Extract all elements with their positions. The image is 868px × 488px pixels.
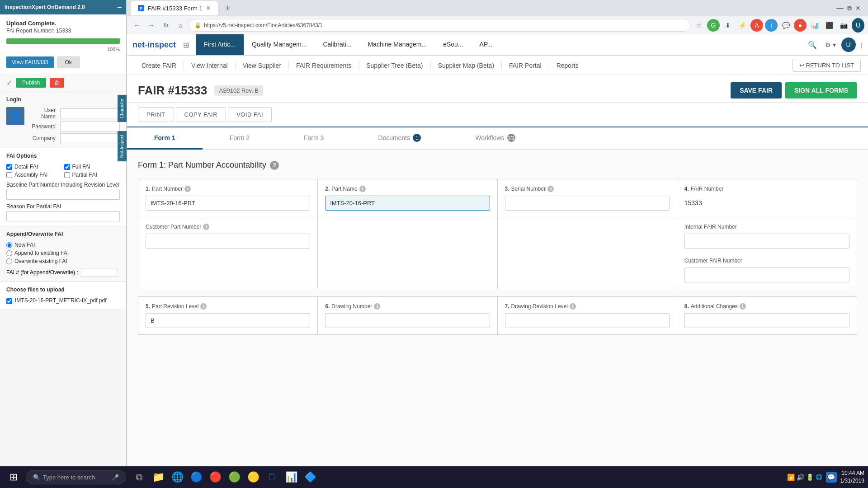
battery-icon[interactable]: 🔋 [806, 474, 814, 481]
serial-number-info[interactable]: ℹ [547, 186, 554, 192]
ext-btn-5[interactable]: i [765, 19, 778, 32]
taskbar-app9[interactable]: 🔷 [301, 468, 319, 486]
publish-btn[interactable]: Publish [16, 78, 46, 88]
user-menu-btn[interactable]: U [852, 19, 864, 32]
nav-quality[interactable]: Quality Managem... [244, 34, 315, 55]
sub-nav-create-fair[interactable]: Create FAIR [134, 56, 184, 75]
address-bar[interactable]: 🔒 https://v5.net-inspect.com/FirstArticl… [189, 19, 691, 32]
part-name-info[interactable]: ℹ [359, 186, 366, 192]
drawing-revision-info[interactable]: ℹ [570, 303, 576, 310]
sub-nav-view-internal[interactable]: View Internal [184, 56, 235, 75]
additional-changes-info[interactable]: ℹ [740, 303, 746, 310]
serial-number-input[interactable] [505, 196, 670, 211]
tab-close-btn[interactable]: ✕ [206, 5, 211, 11]
back-btn[interactable]: ← [131, 19, 143, 32]
nav-ap[interactable]: AP... [472, 34, 501, 55]
taskbar-app6[interactable]: 🟡 [244, 468, 262, 486]
taskbar-app7[interactable]: 🗒 [263, 468, 281, 486]
taskbar-task-view[interactable]: ⧉ [130, 468, 148, 486]
net-inspect-side-tab[interactable]: Net-Inspect [118, 131, 127, 161]
taskbar-clock[interactable]: 10:44 AM 1/31/2019 [840, 469, 864, 485]
additional-changes-input[interactable] [684, 313, 849, 328]
view-fai-btn[interactable]: View FAI15333 [6, 56, 54, 68]
sub-nav-supplier-map[interactable]: Supplier Map (Beta) [431, 56, 502, 75]
part-name-input[interactable] [325, 196, 490, 211]
part-number-input[interactable] [146, 196, 310, 211]
username-input[interactable] [60, 108, 120, 118]
taskbar-mic-icon[interactable]: 🎤 [112, 474, 119, 481]
ext-btn-7[interactable]: ● [794, 19, 807, 32]
password-input[interactable] [60, 122, 120, 131]
minimize-btn[interactable]: – [118, 3, 122, 11]
home-btn[interactable]: ⌂ [174, 19, 187, 32]
browser-tab[interactable]: n FAIR #15333 Form 1 ✕ [131, 1, 218, 15]
baseline-input[interactable] [6, 190, 120, 200]
volume-icon[interactable]: 🔊 [797, 474, 804, 481]
taskbar-app3[interactable]: 🔵 [187, 468, 205, 486]
taskbar-excel[interactable]: 📊 [282, 468, 300, 486]
restore-window-btn[interactable]: ⧉ [847, 4, 852, 12]
void-fai-btn[interactable]: VOID FAI [228, 107, 272, 122]
network-icon[interactable]: 🌐 [816, 474, 822, 480]
copy-fair-btn[interactable]: COPY FAIR [176, 107, 226, 122]
close-window-btn[interactable]: ✕ [855, 4, 861, 12]
user-avatar-header[interactable]: U [841, 38, 856, 52]
ext-btn-6[interactable]: 💬 [779, 19, 792, 32]
partial-fai-input[interactable] [64, 172, 70, 178]
print-btn[interactable]: PRINT [138, 107, 174, 122]
notification-btn[interactable]: 💬 [826, 472, 837, 483]
refresh-btn[interactable]: ↻ [160, 19, 172, 32]
sub-nav-reports[interactable]: Reports [549, 56, 586, 75]
trash-btn[interactable]: 🗑 [50, 78, 64, 88]
settings-btn[interactable]: ⚙ ▾ [825, 41, 836, 48]
taskbar-chrome[interactable]: 🔴 [206, 468, 224, 486]
minimize-window-btn[interactable]: — [836, 4, 844, 12]
ext-btn-4[interactable]: A [750, 19, 763, 32]
tab-workflows[interactable]: Workflows 0/1 [448, 127, 542, 150]
full-fai-checkbox[interactable]: Full FAI [64, 164, 120, 170]
star-btn[interactable]: ☆ [693, 19, 705, 32]
overwrite-radio[interactable]: Overwrite existing FAI [6, 258, 120, 264]
ext-btn-10[interactable]: 📷 [837, 19, 850, 32]
sub-nav-fair-portal[interactable]: FAIR Portal [502, 56, 549, 75]
character-side-tab[interactable]: Character [118, 95, 127, 122]
sub-nav-fair-requirements[interactable]: FAIR Requirements [289, 56, 359, 75]
ok-btn[interactable]: Ok [57, 56, 80, 68]
sub-nav-view-supplier[interactable]: View Supplier [236, 56, 288, 75]
taskbar-ie[interactable]: 🌐 [168, 468, 186, 486]
tab-form2[interactable]: Form 2 [203, 127, 277, 150]
ext-btn-8[interactable]: 📊 [808, 19, 821, 32]
drawing-number-input[interactable] [325, 313, 490, 328]
tab-documents[interactable]: Documents 1 [351, 127, 448, 150]
file-checkbox[interactable] [6, 298, 12, 304]
help-icon[interactable]: ? [270, 161, 279, 170]
start-btn[interactable]: ⊞ [4, 467, 24, 487]
ext-btn-2[interactable]: ⬇ [722, 19, 734, 32]
customer-part-input[interactable] [146, 234, 310, 249]
nav-esou[interactable]: eSou... [435, 34, 471, 55]
new-fai-radio[interactable]: New FAI [6, 242, 120, 248]
detail-fai-input[interactable] [6, 164, 12, 170]
partial-fai-checkbox[interactable]: Partial FAI [64, 172, 120, 178]
taskbar-app5[interactable]: 🟢 [225, 468, 243, 486]
reason-input[interactable] [6, 211, 120, 221]
search-btn[interactable]: 🔍 [805, 38, 820, 52]
assembly-fai-input[interactable] [6, 172, 12, 178]
company-input[interactable] [60, 133, 120, 143]
grid-menu-btn[interactable]: ⊞ [179, 38, 192, 51]
append-radio[interactable]: Append to existing FAI [6, 250, 120, 256]
sign-all-btn[interactable]: SIGN ALL FORMS [785, 82, 857, 99]
fai-num-input[interactable] [81, 268, 117, 277]
taskbar-search[interactable]: 🔍 Type here to search 🎤 [26, 470, 126, 484]
tab-form1[interactable]: Form 1 [127, 127, 203, 150]
new-tab-btn[interactable]: + [222, 2, 234, 14]
taskbar-file-explorer[interactable]: 📁 [149, 468, 167, 486]
sub-nav-supplier-tree[interactable]: Supplier Tree (Beta) [359, 56, 430, 75]
part-revision-input[interactable] [146, 313, 310, 328]
nav-machine[interactable]: Machine Managem... [359, 34, 435, 55]
internal-fair-input[interactable] [684, 234, 849, 249]
nav-first-articles[interactable]: First Artic... [196, 34, 244, 55]
ext-btn-3[interactable]: ⚡ [736, 19, 749, 32]
customer-part-info[interactable]: ℹ [203, 224, 209, 230]
drawing-revision-input[interactable] [505, 313, 670, 328]
